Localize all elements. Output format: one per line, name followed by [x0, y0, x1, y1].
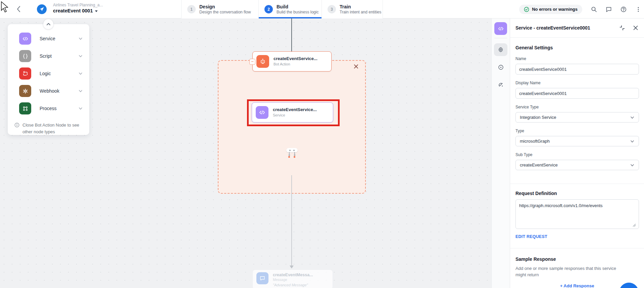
caret-down-icon	[95, 10, 98, 12]
script-icon	[19, 50, 31, 62]
section-divider	[510, 184, 644, 184]
palette-item-label: Process	[40, 106, 70, 111]
name-label: Name	[515, 56, 639, 61]
node-subtitle: Service	[273, 113, 317, 117]
tab-design[interactable]: 1 Design Design the conversation flow	[181, 0, 258, 18]
step-subtitle: Train intent and entities	[340, 10, 381, 14]
display-name-label: Display Name	[515, 81, 639, 85]
service-type-label: Service Type	[515, 105, 639, 109]
edit-request-link[interactable]: EDIT REQUEST	[515, 234, 547, 239]
step-title: Build	[277, 4, 318, 9]
gear-icon	[498, 47, 504, 53]
palette-item-process[interactable]: Process	[8, 100, 89, 117]
back-icon[interactable]	[15, 5, 22, 13]
comment-icon[interactable]	[606, 6, 612, 12]
tab-build[interactable]: 2 Build Build the business logic	[258, 0, 321, 18]
collapse-palette-button[interactable]	[43, 19, 53, 29]
settings-tab[interactable]	[494, 43, 507, 56]
drop-dot	[288, 156, 290, 158]
palette-item-script[interactable]: Script	[8, 47, 89, 65]
node-palette: Service Script	[8, 24, 89, 135]
bot-action-node[interactable]: − createEventService... Bot Action	[252, 51, 332, 71]
connections-icon	[498, 82, 504, 88]
message-icon	[256, 272, 268, 284]
node-subtitle: Bot Action	[274, 62, 317, 66]
request-url-textarea[interactable]: https://graph.microsoft.com/v1.0/me/even…	[515, 199, 639, 229]
chevron-down-icon[interactable]	[79, 89, 83, 93]
message-node[interactable]: createEventMessa... Message "Advanced Me…	[252, 270, 333, 288]
general-settings-heading: General Settings	[515, 45, 639, 50]
add-node-drop-indicator[interactable]	[284, 148, 300, 158]
service-node-type-icon[interactable]	[494, 22, 507, 35]
process-icon	[19, 102, 31, 114]
chevron-up-icon	[46, 22, 51, 27]
service-node[interactable]: createEventService... Service	[252, 102, 333, 123]
check-circle-icon	[524, 7, 529, 12]
palette-item-service[interactable]: Service	[8, 30, 89, 47]
chevron-down-icon	[630, 163, 635, 167]
sample-response-heading: Sample Response	[515, 256, 639, 262]
connector-line-faded	[291, 175, 292, 266]
status-badge[interactable]: No errors or warnings	[519, 5, 582, 14]
tab-train[interactable]: 3 Train Train intent and entities	[321, 0, 383, 18]
panel-title: Service - createEventService0001	[515, 25, 612, 31]
palette-item-label: Service	[40, 36, 70, 41]
chevron-down-icon	[630, 139, 635, 144]
bot-name-dropdown[interactable]: createEvent 0001	[53, 8, 103, 14]
chevron-down-icon[interactable]	[79, 37, 83, 41]
palette-item-label: Logic	[40, 71, 70, 76]
collapse-node-button[interactable]: −	[249, 59, 255, 65]
sub-type-label: Sub Type	[515, 152, 639, 157]
paper-plane-icon	[39, 7, 44, 12]
circle-dot-icon	[498, 64, 504, 70]
type-select[interactable]: microsoftGraph	[515, 136, 639, 146]
bot-avatar[interactable]	[37, 4, 47, 14]
connections-tab[interactable]	[494, 78, 507, 91]
logic-icon	[19, 67, 31, 80]
instance-properties-tab[interactable]	[494, 61, 507, 74]
drop-arrow	[294, 152, 295, 155]
section-divider	[510, 248, 644, 248]
palette-item-webhook[interactable]: Webhook	[8, 82, 89, 100]
bot-name-label: createEvent 0001	[53, 8, 93, 14]
drop-arrow	[289, 152, 290, 155]
help-icon[interactable]	[621, 6, 627, 12]
node-message-preview: "Advanced Message"	[273, 283, 313, 287]
step-title: Design	[199, 4, 251, 9]
properties-icon-strip	[491, 18, 510, 288]
palette-item-logic[interactable]: Logic	[8, 65, 89, 82]
palette-item-label: Script	[40, 53, 70, 59]
sub-type-select[interactable]: createEventService	[515, 160, 639, 170]
app-name: Airlines Travel Planning_a...	[53, 3, 103, 8]
info-icon	[14, 123, 19, 128]
more-menu-icon[interactable]	[635, 6, 641, 12]
chevron-down-icon[interactable]	[79, 71, 83, 76]
step-title: Train	[340, 4, 381, 9]
chevron-down-icon[interactable]	[79, 54, 83, 58]
drop-pill	[286, 148, 298, 152]
step-subtitle: Build the business logic	[277, 10, 318, 14]
node-title: createEventService...	[273, 107, 317, 113]
type-value: microsoftGraph	[520, 139, 630, 144]
status-badge-label: No errors or warnings	[532, 7, 578, 12]
chevron-down-icon	[630, 115, 635, 120]
close-panel-icon[interactable]	[633, 25, 639, 31]
workflow-steps: 1 Design Design the conversation flow 2 …	[181, 0, 383, 18]
node-title: createEventService...	[274, 56, 317, 62]
expand-panel-icon[interactable]	[619, 25, 625, 31]
display-name-field[interactable]	[515, 88, 639, 99]
chevron-down-icon[interactable]	[79, 106, 83, 110]
name-field[interactable]	[515, 64, 639, 75]
search-icon[interactable]	[591, 6, 597, 12]
service-type-value: Integration Service	[520, 115, 630, 120]
bot-action-icon	[256, 55, 269, 68]
service-icon	[256, 106, 268, 119]
close-bot-action-icon[interactable]	[353, 63, 359, 69]
palette-info-text: Close Bot Action Node to see other node …	[22, 122, 82, 135]
node-title: createEventMessa...	[273, 272, 313, 278]
request-definition-heading: Request Definition	[515, 191, 639, 196]
add-response-link[interactable]: + Add Response	[560, 283, 594, 288]
service-type-select[interactable]: Integration Service	[515, 112, 639, 123]
bot-action-group-region[interactable]	[218, 60, 366, 194]
app-header: Airlines Travel Planning_a... createEven…	[0, 0, 644, 18]
